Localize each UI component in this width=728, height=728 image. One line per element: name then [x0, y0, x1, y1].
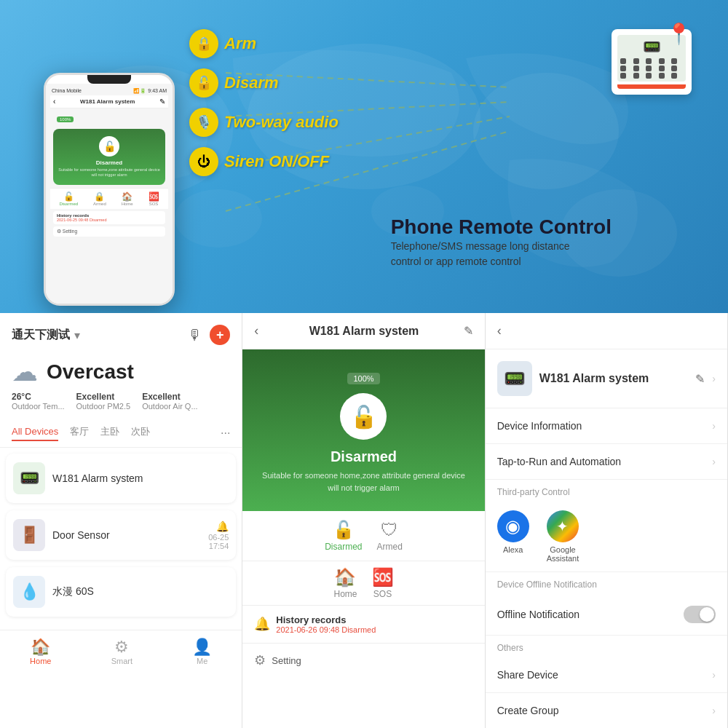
weather-air: Excellent Outdoor Air Q... [142, 392, 197, 411]
panel3-device-name: W181 Alarm system [539, 372, 689, 385]
device-info-arrow: › [712, 420, 716, 432]
panel-home-header: 通天下测试 ▾ 🎙 + [0, 313, 242, 351]
tab-master[interactable]: 主卧 [100, 425, 119, 441]
weather-pm25: Excellent Outdoor PM2.5 [76, 392, 131, 411]
others-section-label: Others [486, 636, 727, 657]
weather-condition: Overcast [47, 360, 134, 384]
device-info-label: Device Information [497, 420, 582, 432]
alarm-lock-icon: 🔓 [340, 393, 387, 440]
offline-notification-label: Offline Notification [497, 609, 579, 620]
device-image-top-right: 📍 📟 [612, 29, 699, 102]
create-group-item[interactable]: Create Group › [486, 693, 727, 728]
tap-to-run-label: Tap-to-Run and Automation [497, 456, 621, 467]
toggle-knob [700, 607, 714, 622]
panel-alarm: ‹ W181 Alarm system ✎ 100% 🔓 Disarmed Su… [242, 313, 485, 728]
offline-section-label: Device Offline Notification [486, 572, 727, 594]
share-device-label: Share Device [497, 669, 558, 681]
device-time: 06-2517:54 [208, 533, 229, 550]
sensor-icon: 🔔 [216, 521, 229, 532]
armed-button[interactable]: 🛡 Armed [377, 520, 403, 552]
home-button[interactable]: 🏠 Home [333, 567, 357, 599]
mic-icon[interactable]: 🎙 [188, 327, 202, 344]
alexa-label: Alexa [497, 545, 529, 554]
google-icon: ✦ [547, 510, 579, 542]
offline-notification-toggle[interactable] [684, 606, 716, 623]
panel3-device-thumb: 📟 [497, 361, 532, 396]
phone-battery: 100% [57, 116, 74, 122]
alexa-item[interactable]: ◉ Alexa [497, 510, 529, 563]
alarm-description: Suitable for someone home,zone attribute… [257, 470, 470, 494]
tap-to-run-item[interactable]: Tap-to-Run and Automation › [486, 444, 727, 480]
offline-notification-item: Offline Notification [486, 594, 727, 636]
dropdown-arrow[interactable]: ▾ [74, 328, 80, 342]
phone-notch [87, 75, 131, 84]
panel3-edit-button[interactable]: ✎ [695, 372, 705, 386]
phone-alarm-screen: 🔓 Disarmed Suitable for someone home,zon… [53, 129, 165, 185]
feature-arm: 🔒 Arm [189, 29, 339, 58]
feature-audio: 🎙️ Two-way audio [189, 108, 339, 137]
tab-all-devices[interactable]: All Devices [12, 426, 58, 441]
alarm-edit-icon[interactable]: ✎ [464, 324, 473, 338]
history-icon: 🔔 [254, 616, 270, 632]
share-device-arrow: › [712, 669, 716, 681]
phone-nav-bar: ‹ W181 Alarm system ✎ [50, 95, 168, 108]
back-arrow-settings[interactable]: ‹ [497, 323, 502, 339]
location-pin: 📍 [666, 22, 692, 46]
device-info-chevron: › [712, 373, 716, 384]
add-device-button[interactable]: + [210, 325, 230, 345]
nav-me[interactable]: 👤 Me [192, 638, 212, 665]
bottom-nav: 🏠 Home ⚙ Smart 👤 Me [0, 630, 242, 671]
remote-control-text: Phone Remote Control Telephone/SMS messa… [391, 215, 612, 269]
alarm-battery-badge: 100% [347, 373, 379, 384]
phone-mockup: China Mobile 📶🔋 9:43 AM ‹ W181 Alarm sys… [44, 73, 175, 306]
alarm-mode-buttons: 🔓 Disarmed 🛡 Armed [242, 511, 484, 561]
weather-icon: ☁ [12, 357, 38, 387]
weather-section: ☁ Overcast 26°C Outdoor Tem... Excellent… [0, 351, 242, 419]
nav-smart[interactable]: ⚙ Smart [111, 638, 132, 665]
third-party-section: ◉ Alexa ✦ GoogleAssistant [486, 502, 727, 572]
create-group-label: Create Group [497, 705, 559, 716]
device-list: 📟 W181 Alarm system 🚪 Door Sensor 🔔 06-2… [0, 448, 242, 630]
third-party-section-label: Third-party Control [486, 480, 727, 502]
history-detail: 2021-06-26 09:48 Disarmed [276, 625, 376, 634]
alarm-setting-row[interactable]: ⚙ Setting [242, 644, 484, 677]
google-assistant-item[interactable]: ✦ GoogleAssistant [547, 510, 579, 563]
tap-to-run-arrow: › [712, 456, 716, 467]
panel-settings: ‹ 📟 W181 Alarm system ✎ › Device Informa… [486, 313, 728, 728]
feature-labels: 🔒 Arm 🔓 Disarm 🎙️ Two-way audio ⏻ Siren … [189, 29, 339, 186]
create-group-arrow: › [712, 705, 716, 716]
home-nav-icon: 🏠 [30, 638, 51, 657]
home-username[interactable]: 通天下测试 [12, 328, 70, 343]
device-name-water: 水漫 60S [52, 585, 229, 598]
more-tabs-icon[interactable]: ··· [221, 427, 230, 440]
list-item[interactable]: 💧 水漫 60S [6, 567, 236, 617]
feature-siren: ⏻ Siren ON/OFF [189, 147, 339, 176]
feature-disarm: 🔓 Disarm [189, 68, 339, 98]
smart-nav-icon: ⚙ [111, 638, 132, 657]
setting-label: Setting [272, 655, 301, 666]
tab-living[interactable]: 客厅 [70, 425, 89, 441]
panel3-header: ‹ [486, 313, 727, 349]
nav-home[interactable]: 🏠 Home [30, 638, 51, 665]
list-item[interactable]: 🚪 Door Sensor 🔔 06-2517:54 [6, 510, 236, 560]
bottom-section: 通天下测试 ▾ 🎙 + ☁ Overcast 26°C Outdoor Tem.… [0, 313, 728, 728]
phone-history: History records 2021-06-25 09:48 Disarme… [53, 211, 165, 224]
device-name-door: Door Sensor [52, 529, 201, 541]
device-thumb-alarm: 📟 [13, 462, 45, 494]
alarm-panel-title: W181 Alarm system [264, 325, 463, 338]
sos-button[interactable]: 🆘 SOS [372, 567, 394, 599]
device-name-alarm: W181 Alarm system [52, 472, 229, 484]
list-item[interactable]: 📟 W181 Alarm system [6, 454, 236, 503]
alarm-status: Disarmed [257, 448, 470, 465]
setting-icon: ⚙ [254, 652, 266, 668]
tab-secondary[interactable]: 次卧 [131, 425, 150, 441]
back-arrow-alarm[interactable]: ‹ [254, 323, 258, 339]
panel2-header: ‹ W181 Alarm system ✎ [242, 313, 484, 349]
alarm-screen: 100% 🔓 Disarmed Suitable for someone hom… [242, 349, 484, 511]
share-device-item[interactable]: Share Device › [486, 657, 727, 693]
top-banner: China Mobile 📶🔋 9:43 AM ‹ W181 Alarm sys… [0, 0, 728, 313]
device-information-item[interactable]: Device Information › [486, 408, 727, 444]
disarmed-button[interactable]: 🔓 Disarmed [325, 520, 362, 552]
alarm-history-section[interactable]: 🔔 History records 2021-06-26 09:48 Disar… [242, 606, 484, 644]
phone-status-bar: China Mobile 📶🔋 9:43 AM [50, 87, 168, 95]
